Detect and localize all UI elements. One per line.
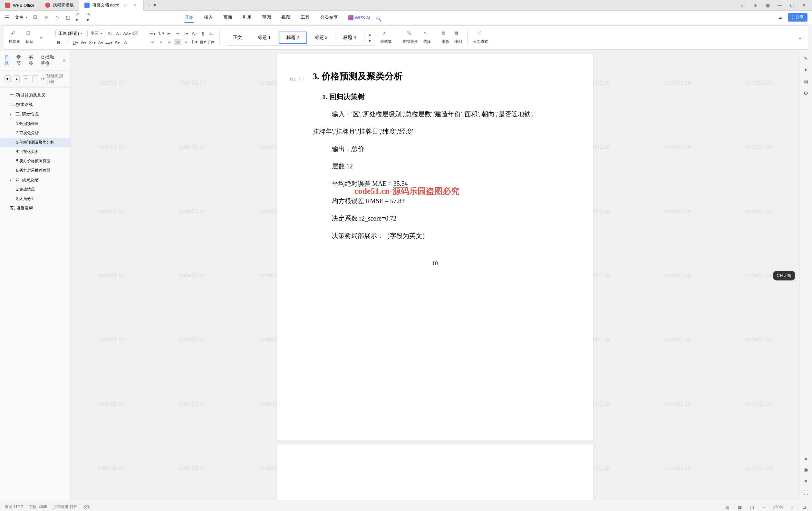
zoom-level[interactable]: 150% [773,505,783,509]
shading-icon[interactable]: ▦▾ [199,39,206,45]
bullet-list-icon[interactable]: ☰▾ [149,30,156,37]
italic-icon[interactable]: I [64,39,70,46]
location-icon[interactable]: ◉ [802,466,809,473]
document-subheading[interactable]: 1. 回归决策树 [322,92,557,102]
superscript-icon[interactable]: X²▾ [89,39,95,46]
sidebar-tab-find[interactable]: 查找和替换 [40,55,56,66]
pencil-icon[interactable]: ✎ [802,55,809,62]
toc-item[interactable]: ▾四. 成果总结 [0,175,70,185]
tab-icon[interactable]: ⇆ [208,30,214,37]
align-right-icon[interactable]: ≡ [166,39,172,45]
toc-remove-icon[interactable]: − [32,76,38,83]
export-icon[interactable]: ⎘ [43,14,49,21]
arrange-button[interactable]: ▦ 排列 [454,31,462,44]
expand-icon[interactable]: ⛶ [802,489,809,496]
ribbon-tab-reference[interactable]: 引用 [237,12,257,22]
ribbon-tab-review[interactable]: 审阅 [257,12,276,22]
format-painter-button[interactable]: 🖌 格式刷 [9,31,20,44]
tab-close-icon[interactable]: ✕ [134,3,138,7]
view-mode-icon[interactable]: ▦ [736,504,743,510]
toc-expand-down-icon[interactable]: ▾ [4,76,11,83]
clear-format-icon[interactable]: ⌫ [132,30,139,37]
style-heading2[interactable]: 标题 2 [279,32,307,44]
paste-button[interactable]: 📋 粘贴 [25,31,33,44]
window-layout-icon[interactable]: ▭ [740,2,746,8]
toc-item[interactable]: 1.完成情况 [0,185,70,194]
paragraph-mark-icon[interactable]: ¶ [199,30,206,37]
sidebar-tab-toc[interactable]: 目录 [4,55,11,66]
page-down-icon[interactable]: ▾ [802,478,809,485]
chart-icon[interactable]: ▦ [764,2,771,8]
highlight-icon[interactable]: ▬▾ [106,39,112,46]
toc-add-icon[interactable]: + [23,76,29,83]
underline-icon[interactable]: U▾ [72,39,79,46]
fit-icon[interactable]: ⊡ [801,504,808,510]
style-scroll-down-icon[interactable]: ▾ [366,38,373,44]
text-effect-icon[interactable]: A▾ [97,39,104,46]
share-button[interactable]: ⤴ 分享 [788,13,808,22]
toc-item[interactable]: 3.价格预测及聚类分析 [0,138,70,147]
cut-icon[interactable]: ✂ [38,34,45,41]
borders-icon[interactable]: ▢▾ [208,39,214,45]
template-icon[interactable]: ▤ [802,78,809,85]
more-icon[interactable]: ⋯ [802,101,809,108]
line-spacing-icon[interactable]: ⇅▾ [191,39,198,45]
search-icon[interactable]: 🔍 [375,16,382,22]
font-family-select[interactable]: 宋体 (标题) ▾ [55,30,85,37]
zoom-in-icon[interactable]: + [789,504,795,510]
status-page[interactable]: 页面 11/17 [4,504,23,510]
settings-icon[interactable]: ⚙ [802,90,809,97]
increase-indent-icon[interactable]: ⇥ [174,30,181,37]
toc-item[interactable]: 二. 技术路线 [0,100,70,110]
view-mode-icon[interactable]: ▢ [749,504,755,510]
align-justify-icon[interactable]: ≡ [174,39,181,45]
document-area[interactable]: code51.cncode51.cncode51.cncode51.cncode… [71,51,799,500]
ribbon-tab-tools[interactable]: 工具 [295,12,315,22]
style-heading3[interactable]: 标题 3 [307,32,336,44]
close-window-icon[interactable]: ✕ [801,2,808,8]
toc-item[interactable]: ▾三. 研发情况 [0,110,70,119]
preview-icon[interactable]: ◱ [65,14,71,21]
style-scroll-up-icon[interactable]: ▴ [366,31,373,38]
toc-item[interactable]: 2.可视化分析 [0,128,70,138]
ribbon-tab-view[interactable]: 视图 [276,12,295,22]
tab-template[interactable]: 找稻壳模板 [40,0,79,11]
undo-icon[interactable]: ↶ ▾ [76,14,82,21]
toc-item[interactable]: 4.可视化页面 [0,147,70,156]
toc-item[interactable]: 5.卖方价格预测页面 [0,156,70,166]
find-replace-button[interactable]: 🔍 查找替换 [402,31,418,44]
smart-toc-button[interactable]: ⟳ 智能识别目录 [41,73,66,85]
view-mode-icon[interactable]: ▤ [724,504,730,510]
decrease-font-icon[interactable]: A↓ [115,30,122,37]
cloud-icon[interactable]: ☁ [777,14,783,21]
document-paragraph[interactable]: 均方根误差 RMSE = 57.83 [332,195,557,207]
hamburger-icon[interactable]: ☰ [4,14,10,20]
strikethrough-icon[interactable]: A▾ [81,39,87,46]
document-paragraph[interactable]: 决定系数 r2_score=0.72 [332,212,557,224]
status-spell[interactable]: 拼写检查 打开 [53,504,77,510]
toc-item[interactable]: 五. 项目展望 [0,204,70,213]
document-paragraph[interactable]: 输出：总价 [332,143,557,155]
ribbon-tab-insert[interactable]: 插入 [199,12,218,22]
text-direction-icon[interactable]: ↕▾ [183,30,189,37]
official-mode-button[interactable]: 📄 公文模式 [473,31,488,44]
toc-item[interactable]: 6.买方房屋推荐页面 [0,166,70,175]
font-color-icon[interactable]: A▾ [114,39,120,46]
sort-icon[interactable]: A↓ [191,30,198,37]
toc-collapse-up-icon[interactable]: ▴ [14,76,20,83]
status-words[interactable]: 字数: 4045 [29,504,47,510]
distribute-icon[interactable]: ≡ [183,39,189,45]
increase-font-icon[interactable]: A↑ [107,30,113,37]
status-proof[interactable]: 校对 [83,504,91,510]
ribbon-tab-page[interactable]: 页面 [218,12,237,22]
tab-document[interactable]: 项目文档.docx ▭ ✕ [79,0,144,11]
decrease-indent-icon[interactable]: ⇤ [166,30,172,37]
file-menu[interactable]: 文件 ▾ [15,14,27,20]
font-size-select[interactable]: 小三 ▾ [87,30,105,37]
tab-wps[interactable]: WPS Office [0,0,40,11]
bold-icon[interactable]: B [55,39,62,46]
style-set-button[interactable]: Ａ 样式集 [380,31,392,44]
document-heading[interactable]: 3. 价格预测及聚类分析 [313,70,557,83]
drag-handle-icon[interactable]: ⋮⋮ [297,77,306,82]
select-button[interactable]: ↖ 选择 [423,31,431,44]
